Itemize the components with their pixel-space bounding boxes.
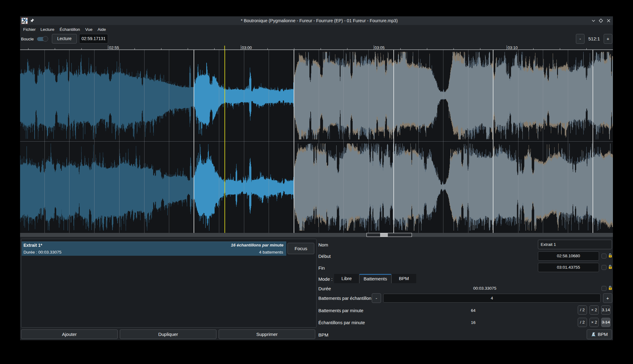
svg-text:03:00: 03:00 xyxy=(242,45,252,50)
svg-text:03:05: 03:05 xyxy=(375,45,385,50)
svg-text:03:10: 03:10 xyxy=(508,45,518,50)
svg-text:02:55: 02:55 xyxy=(109,45,119,50)
